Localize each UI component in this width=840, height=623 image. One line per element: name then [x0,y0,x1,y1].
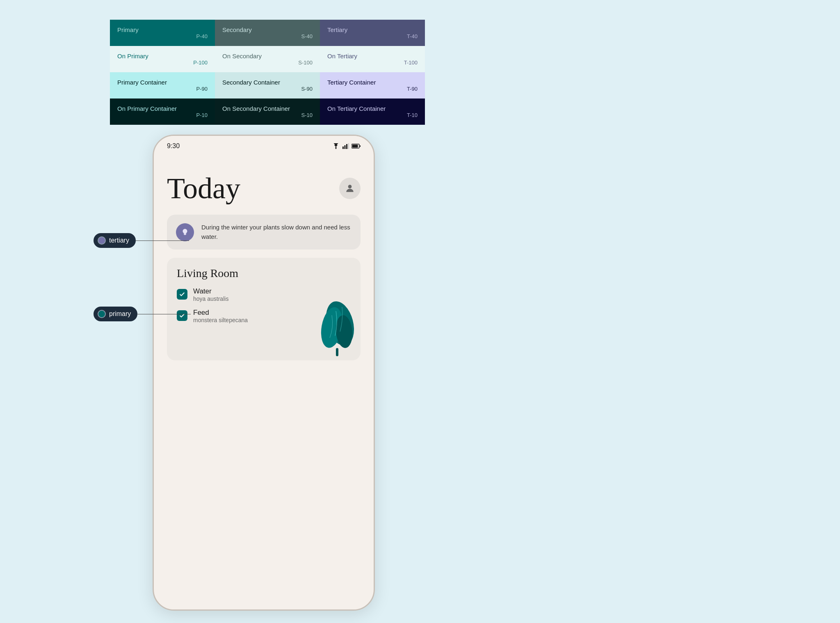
palette-cell-on-tertiary: On Tertiary T-100 [320,46,425,72]
primary-container-label: Primary Container [117,79,167,86]
annotation-tertiary: tertiary [94,233,189,248]
primary-40-label: Primary [117,26,139,33]
primary-container-code: P-90 [196,86,208,92]
wifi-icon [332,143,340,149]
on-tertiary-code: T-100 [404,60,418,66]
phone-status-icons [332,143,361,149]
plant-species-1: hoya australis [193,295,228,302]
plant-species-2: monstera siltepecana [193,317,248,323]
primary-dot [98,310,106,318]
palette-grid: Primary P-40 Secondary S-40 Tertiary T-4… [110,20,425,125]
secondary-40-label: Secondary [222,26,252,33]
svg-rect-1 [342,147,344,149]
secondary-container-code: S-90 [301,86,313,92]
palette-cell-on-secondary: On Secondary S-100 [215,46,320,72]
on-secondary-container-label: On Secondary Container [222,105,290,112]
palette-cell-tertiary-container: Tertiary Container T-90 [320,72,425,98]
battery-icon [352,144,361,149]
phone-page-title: Today [167,174,240,203]
phone-status-bar: 9:30 [154,136,374,153]
phone-content: Today During the winter your plants slow… [154,153,374,605]
palette-cell-on-tertiary-container: On Tertiary Container T-10 [320,98,425,125]
tertiary-container-label: Tertiary Container [327,79,376,86]
svg-rect-7 [360,145,361,147]
palette-section: Primary P-40 Secondary S-40 Tertiary T-4… [110,20,425,125]
svg-point-0 [336,148,337,149]
phone-mockup: 9:30 [153,135,375,611]
avatar-button[interactable] [339,178,361,199]
svg-rect-3 [346,144,347,149]
tip-card: During the winter your plants slow down … [167,215,361,250]
on-primary-code: P-100 [193,60,208,66]
tertiary-container-code: T-90 [407,86,418,92]
primary-40-code: P-40 [196,33,208,39]
svg-rect-6 [352,145,358,148]
svg-rect-12 [336,348,338,356]
on-secondary-code: S-100 [298,60,313,66]
on-primary-container-code: P-10 [196,112,208,118]
phone-header: Today [167,174,361,203]
annotation-tertiary-label: tertiary [109,237,129,244]
palette-cell-on-secondary-container: On Secondary Container S-10 [215,98,320,125]
secondary-container-label: Secondary Container [222,79,280,86]
tertiary-40-code: T-40 [407,33,418,39]
on-secondary-label: On Secondary [222,53,262,60]
tip-text: During the winter your plants slow down … [201,223,352,241]
on-tertiary-container-code: T-10 [407,112,418,118]
palette-cell-primary-container: Primary Container P-90 [110,72,215,98]
plant-info-2: Feed monstera siltepecana [193,309,248,323]
signal-icon [342,143,349,149]
annotation-primary-label: primary [109,310,131,318]
plant-action-1: Water [193,287,228,295]
tertiary-dot [98,236,106,245]
svg-rect-2 [345,145,346,149]
annotation-primary-pill: primary [94,307,137,321]
palette-cell-secondary-40: Secondary S-40 [215,20,320,46]
annotation-tertiary-pill: tertiary [94,233,136,248]
on-tertiary-container-label: On Tertiary Container [327,105,386,112]
plant-info-1: Water hoya australis [193,287,228,302]
person-icon [345,183,355,194]
svg-rect-4 [348,143,349,149]
phone-time: 9:30 [167,142,180,150]
plant-section: Living Room Water hoya australis [167,258,361,360]
palette-cell-tertiary-40: Tertiary T-40 [320,20,425,46]
palette-cell-secondary-container: Secondary Container S-90 [215,72,320,98]
secondary-40-code: S-40 [301,33,313,39]
annotation-primary: primary [94,307,191,321]
section-title: Living Room [177,267,351,280]
svg-point-8 [348,185,352,188]
plant-illustration [311,291,356,356]
on-secondary-container-code: S-10 [301,112,313,118]
checkbox-water[interactable] [177,289,187,300]
tertiary-40-label: Tertiary [327,26,347,33]
on-primary-container-label: On Primary Container [117,105,177,112]
on-primary-label: On Primary [117,53,148,60]
palette-cell-on-primary-container: On Primary Container P-10 [110,98,215,125]
plant-action-2: Feed [193,309,248,317]
on-tertiary-label: On Tertiary [327,53,357,60]
palette-cell-on-primary: On Primary P-100 [110,46,215,72]
check-icon [179,291,185,298]
palette-cell-primary-40: Primary P-40 [110,20,215,46]
